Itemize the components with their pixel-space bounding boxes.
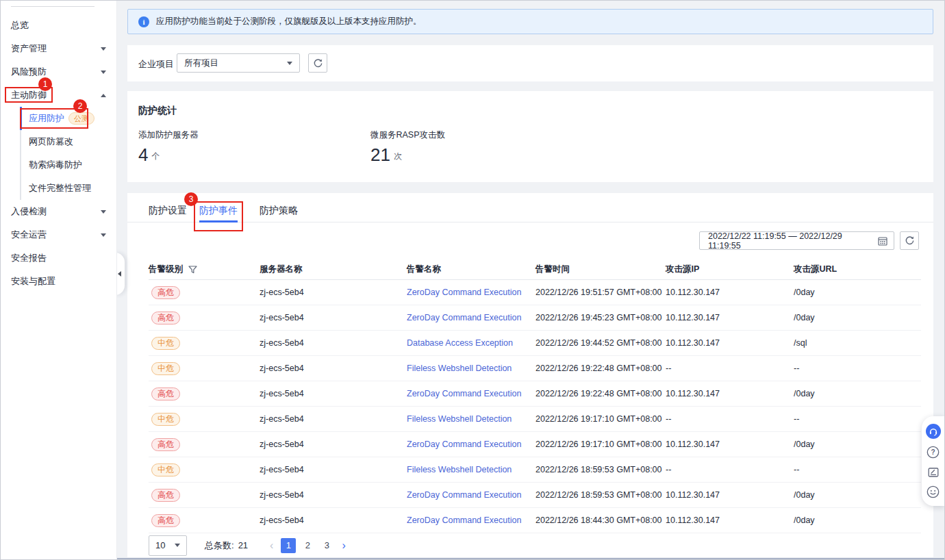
severity-badge: 高危 <box>151 286 180 299</box>
sidebar-item-label: 网页防篡改 <box>29 136 73 148</box>
table-header-row: 告警级别服务器名称告警名称告警时间攻击源IP攻击源URL <box>149 259 921 280</box>
alarm-name-link[interactable]: ZeroDay Command Execution <box>407 313 521 322</box>
alarm-name-link[interactable]: ZeroDay Command Execution <box>407 389 521 398</box>
page-2-button[interactable]: 2 <box>300 538 315 553</box>
sidebar-item-risk-prevention[interactable]: 风险预防 <box>1 60 116 84</box>
sidebar-item-asset-management[interactable]: 资产管理 <box>1 37 116 60</box>
refresh-icon <box>313 58 323 68</box>
alarm-name-link[interactable]: Fileless Webshell Detection <box>407 414 512 424</box>
cell-alarm-name: ZeroDay Command Execution <box>407 516 536 525</box>
next-page-button[interactable]: › <box>339 539 348 552</box>
project-select[interactable]: 所有项目 <box>177 53 300 73</box>
alarm-name-link[interactable]: ZeroDay Command Execution <box>407 516 521 525</box>
sidebar-item-label: 文件完整性管理 <box>29 182 91 194</box>
smiley-icon[interactable] <box>927 485 940 498</box>
column-header-label: 告警时间 <box>536 264 570 275</box>
cell-alarm-time: 2022/12/26 19:17:10 GMT+08:00 <box>536 440 666 449</box>
floating-toolbar: ? <box>922 416 944 506</box>
sidebar-item-label: 勒索病毒防护 <box>29 159 82 171</box>
page-size-select[interactable]: 10 <box>149 535 187 556</box>
filter-icon[interactable] <box>188 266 197 274</box>
cell-server-name: zj-ecs-5eb4 <box>260 288 407 297</box>
stat-unit: 个 <box>151 151 160 164</box>
alarm-name-link[interactable]: Fileless Webshell Detection <box>407 364 512 373</box>
help-icon[interactable]: ? <box>927 446 940 459</box>
sidebar-item-application-protection[interactable]: 应用防护公测 <box>20 107 116 130</box>
tab-protection-settings[interactable]: 防护设置 <box>149 201 187 222</box>
sidebar-item-ransomware-prevention[interactable]: 勒索病毒防护 <box>20 153 116 177</box>
sidebar-item-intrusion-detection[interactable]: 入侵检测 <box>1 200 116 223</box>
cell-alarm-time: 2022/12/26 19:22:48 GMT+08:00 <box>536 389 666 398</box>
pager-pages: 123 <box>279 538 336 553</box>
cell-alarm-time: 2022/12/26 19:51:57 GMT+08:00 <box>536 288 666 297</box>
support-headset-icon[interactable] <box>926 424 941 439</box>
chevron-down-icon <box>101 47 106 51</box>
cell-attack-source-url: /0day <box>794 389 921 398</box>
cell-alarm-name: Database Access Exception <box>407 338 536 348</box>
sidebar-item-file-integrity-management[interactable]: 文件完整性管理 <box>20 177 116 200</box>
sidebar-item-proactive-defense[interactable]: 主动防御 <box>1 84 116 107</box>
sidebar-item-security-operations[interactable]: 安全运营 <box>1 223 116 246</box>
sidebar-divider <box>11 6 94 7</box>
cell-alarm-level: 高危 <box>149 514 260 527</box>
cell-attack-source-url: /sql <box>794 338 921 348</box>
protection-statistics-card: 防护统计 添加防护服务器 4 个 微服务RASP攻击数 21 次 <box>127 91 933 182</box>
cell-alarm-time: 2022/12/26 19:44:52 GMT+08:00 <box>536 338 666 348</box>
alarm-name-link[interactable]: ZeroDay Command Execution <box>407 490 521 500</box>
stat-unit: 次 <box>394 151 402 164</box>
cell-alarm-name: ZeroDay Command Execution <box>407 440 536 449</box>
project-refresh-button[interactable] <box>308 53 327 73</box>
project-filter-card: 企业项目 所有项目 <box>127 45 933 81</box>
cell-alarm-name: ZeroDay Command Execution <box>407 313 536 322</box>
cell-alarm-time: 2022/12/26 19:22:48 GMT+08:00 <box>536 364 666 373</box>
table-row: 中危zj-ecs-5eb4Fileless Webshell Detection… <box>149 356 921 381</box>
cell-attack-source-url: /0day <box>794 440 921 449</box>
date-range-picker[interactable]: 2022/12/22 11:19:55 — 2022/12/29 11:19:5… <box>699 231 894 250</box>
sidebar-item-installation-configuration[interactable]: 安装与配置 <box>1 270 116 293</box>
page-size-value: 10 <box>155 540 165 550</box>
cell-attack-source-ip: 10.112.30.147 <box>666 338 794 348</box>
alarm-name-link[interactable]: Fileless Webshell Detection <box>407 465 512 474</box>
stat-label: 添加防护服务器 <box>138 129 199 141</box>
sidebar-item-label: 安装与配置 <box>11 275 55 288</box>
pagination-bar: 10 总条数: 21 ‹ 123 › <box>149 533 921 557</box>
sidebar-item-web-tamper-protection[interactable]: 网页防篡改 <box>20 130 116 153</box>
sidebar-item-overview[interactable]: 总览 <box>1 14 116 37</box>
date-range-value: 2022/12/22 11:19:55 — 2022/12/29 11:19:5… <box>708 231 873 251</box>
cell-server-name: zj-ecs-5eb4 <box>260 440 407 449</box>
sidebar-item-label: 安全运营 <box>11 229 47 241</box>
page-1-button[interactable]: 1 <box>281 538 296 553</box>
cell-attack-source-ip: -- <box>666 414 794 424</box>
page-3-button[interactable]: 3 <box>319 538 334 553</box>
column-header-label: 攻击源IP <box>666 264 699 275</box>
column-header-4: 告警时间 <box>536 264 666 275</box>
stat-rasp-attacks: 微服务RASP攻击数 21 次 <box>370 129 445 164</box>
cell-attack-source-url: -- <box>794 465 921 474</box>
cell-alarm-time: 2022/12/26 19:17:10 GMT+08:00 <box>536 414 666 424</box>
cell-alarm-name: Fileless Webshell Detection <box>407 364 536 373</box>
events-table: 告警级别服务器名称告警名称告警时间攻击源IP攻击源URL 高危zj-ecs-5e… <box>149 259 921 533</box>
tab-protection-events[interactable]: 防护事件 <box>199 201 238 222</box>
table-refresh-button[interactable] <box>900 231 919 250</box>
cell-attack-source-ip: 10.112.30.147 <box>666 389 794 398</box>
table-row: 高危zj-ecs-5eb4ZeroDay Command Execution20… <box>149 381 921 407</box>
info-icon: i <box>138 16 149 27</box>
console-page: 总览资产管理风险预防主动防御应用防护公测网页防篡改勒索病毒防护文件完整性管理入侵… <box>0 0 945 560</box>
alarm-name-link[interactable]: Database Access Exception <box>407 338 513 348</box>
prev-page-button[interactable]: ‹ <box>267 539 276 552</box>
alarm-name-link[interactable]: ZeroDay Command Execution <box>407 288 521 297</box>
tab-protection-policies[interactable]: 防护策略 <box>260 201 298 222</box>
feedback-icon[interactable] <box>927 466 940 479</box>
alarm-name-link[interactable]: ZeroDay Command Execution <box>407 440 521 449</box>
cell-server-name: zj-ecs-5eb4 <box>260 389 407 398</box>
cell-attack-source-ip: 10.112.30.147 <box>666 313 794 322</box>
cell-alarm-level: 中危 <box>149 337 260 350</box>
cell-alarm-name: Fileless Webshell Detection <box>407 465 536 474</box>
cell-alarm-level: 高危 <box>149 387 260 400</box>
sidebar: 总览资产管理风险预防主动防御应用防护公测网页防篡改勒索病毒防护文件完整性管理入侵… <box>1 1 117 559</box>
sidebar-item-label: 资产管理 <box>11 42 47 55</box>
sidebar-item-label: 总览 <box>11 19 29 31</box>
sidebar-item-security-report[interactable]: 安全报告 <box>1 246 116 270</box>
calendar-icon[interactable] <box>877 236 888 249</box>
cell-attack-source-ip: -- <box>666 364 794 373</box>
